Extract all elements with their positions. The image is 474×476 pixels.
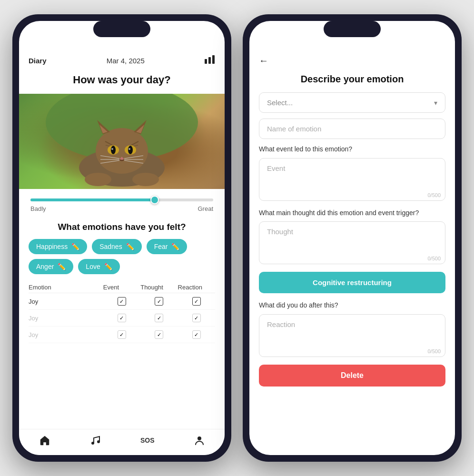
home-nav[interactable] <box>39 435 50 446</box>
reaction-placeholder: Reaction <box>267 320 295 328</box>
checkbox-empty[interactable]: ✓ <box>118 314 126 322</box>
reaction-textarea[interactable]: Reaction <box>259 314 445 357</box>
th-emotion: Emotion <box>29 284 103 291</box>
thought-placeholder: Thought <box>267 228 293 236</box>
chip-label: Anger <box>36 263 54 270</box>
chevron-down-icon: ▾ <box>434 99 437 107</box>
slider-fill <box>30 198 155 201</box>
back-button[interactable]: ← <box>259 55 268 66</box>
profile-nav[interactable] <box>194 435 205 446</box>
name-placeholder: Name of emotion <box>267 125 321 133</box>
th-event: Event <box>103 284 140 291</box>
header-date: Mar 4, 2025 <box>107 57 145 65</box>
row3-event-check[interactable]: ✓ <box>103 330 140 339</box>
right-title: Describe your emotion <box>249 70 455 92</box>
checkbox-filled[interactable]: ✓ <box>155 297 163 306</box>
chip-love[interactable]: Love ✏️ <box>78 259 119 274</box>
notch <box>324 21 381 37</box>
emotion-select[interactable]: Select... ▾ <box>259 92 445 113</box>
row3-reaction-check[interactable]: ✓ <box>178 330 215 339</box>
slider-left-label: Badly <box>30 205 46 212</box>
row1-reaction-check[interactable]: ✓ <box>178 297 215 306</box>
svg-point-29 <box>91 442 94 445</box>
reaction-textarea-wrap: Reaction 0/500 <box>259 314 445 357</box>
edit-icon: ✏️ <box>126 243 134 250</box>
emotions-section: What emotions have you felt? Happiness ✏… <box>19 216 225 349</box>
event-label: What event led to this emotion? <box>259 145 445 154</box>
svg-point-5 <box>96 128 148 174</box>
cognitive-restructuring-button[interactable]: Cognitive restructuring <box>259 272 445 293</box>
edit-icon: ✏️ <box>58 263 66 270</box>
diary-label: Diary <box>29 57 47 65</box>
name-of-emotion-input[interactable]: Name of emotion <box>259 119 445 139</box>
svg-point-28 <box>132 173 159 186</box>
chip-fear[interactable]: Fear ✏️ <box>147 239 188 254</box>
svg-point-31 <box>198 436 201 440</box>
slider-labels: Badly Great <box>30 205 213 212</box>
slider-section: Badly Great <box>19 189 225 216</box>
right-header: ← <box>249 50 455 70</box>
sos-label: SOS <box>140 436 155 444</box>
edit-icon: ✏️ <box>171 243 179 250</box>
event-char-count: 0/500 <box>427 192 441 198</box>
checkbox-empty[interactable]: ✓ <box>192 330 201 339</box>
thought-textarea-wrap: Thought 0/500 <box>259 221 445 264</box>
delete-button[interactable]: Delete <box>259 365 445 387</box>
checkbox-filled[interactable]: ✓ <box>118 297 126 306</box>
row3-thought-check[interactable]: ✓ <box>140 330 178 339</box>
row2-reaction-check[interactable]: ✓ <box>178 314 215 322</box>
emotion-table: Emotion Event Thought Reaction Joy ✓ ✓ <box>29 282 215 343</box>
form-section: Select... ▾ Name of emotion What event l… <box>249 92 455 455</box>
svg-point-17 <box>128 146 133 154</box>
row2-thought-check[interactable]: ✓ <box>140 314 178 322</box>
event-textarea[interactable]: Event <box>259 158 445 201</box>
event-placeholder: Event <box>267 164 285 172</box>
bottom-nav: SOS <box>19 429 225 455</box>
slider-right-label: Great <box>198 205 213 212</box>
chip-happiness[interactable]: Happiness ✏️ <box>29 239 87 254</box>
chip-anger[interactable]: Anger ✏️ <box>29 259 73 274</box>
thought-textarea[interactable]: Thought <box>259 221 445 264</box>
table-row: Joy ✓ ✓ ✓ <box>29 327 215 343</box>
svg-point-16 <box>111 146 116 154</box>
row3-emotion: Joy <box>29 331 103 338</box>
th-thought: Thought <box>140 284 178 291</box>
slider-thumb[interactable] <box>150 196 159 204</box>
checkbox-empty[interactable]: ✓ <box>192 314 201 322</box>
notch <box>93 21 150 37</box>
checkbox-empty[interactable]: ✓ <box>118 330 126 339</box>
day-question: How was your day? <box>19 70 225 94</box>
music-nav[interactable] <box>90 435 100 446</box>
sos-nav[interactable]: SOS <box>140 436 155 444</box>
checkbox-filled[interactable]: ✓ <box>192 297 201 306</box>
edit-icon: ✏️ <box>71 243 79 250</box>
left-header: Diary Mar 4, 2025 <box>19 50 225 70</box>
svg-point-27 <box>85 173 111 186</box>
svg-point-19 <box>128 148 130 150</box>
event-textarea-wrap: Event 0/500 <box>259 158 445 201</box>
table-row: Joy ✓ ✓ ✓ <box>29 293 215 310</box>
chart-icon[interactable] <box>205 55 215 66</box>
cat-image <box>19 94 225 189</box>
svg-rect-1 <box>208 57 211 64</box>
th-reaction: Reaction <box>178 284 215 291</box>
edit-icon: ✏️ <box>104 263 112 270</box>
row2-event-check[interactable]: ✓ <box>103 314 140 322</box>
emotions-title: What emotions have you felt? <box>29 222 215 232</box>
svg-point-30 <box>97 440 100 443</box>
checkbox-empty[interactable]: ✓ <box>155 330 163 339</box>
table-header: Emotion Event Thought Reaction <box>29 282 215 293</box>
chip-sadnes[interactable]: Sadnes ✏️ <box>92 239 141 254</box>
row2-emotion: Joy <box>29 315 103 322</box>
row1-event-check[interactable]: ✓ <box>103 297 140 306</box>
table-row: Joy ✓ ✓ ✓ <box>29 310 215 327</box>
thought-label: What main thought did this emotion and e… <box>259 208 445 218</box>
chip-label: Sadnes <box>99 243 122 250</box>
row1-thought-check[interactable]: ✓ <box>140 297 178 306</box>
checkbox-empty[interactable]: ✓ <box>155 314 163 322</box>
reaction-char-count: 0/500 <box>427 348 441 354</box>
row1-emotion: Joy <box>29 298 103 305</box>
right-phone: ← Describe your emotion Select... ▾ Name… <box>243 14 462 462</box>
slider-track[interactable] <box>30 198 213 201</box>
select-placeholder: Select... <box>267 99 293 107</box>
